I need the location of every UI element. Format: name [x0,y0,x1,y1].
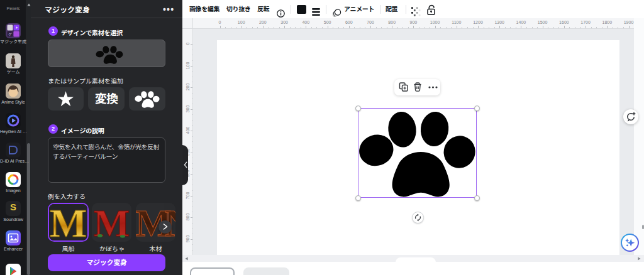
svg-text:M: M [50,204,87,240]
svg-text:ゲ: ゲ [8,33,12,36]
